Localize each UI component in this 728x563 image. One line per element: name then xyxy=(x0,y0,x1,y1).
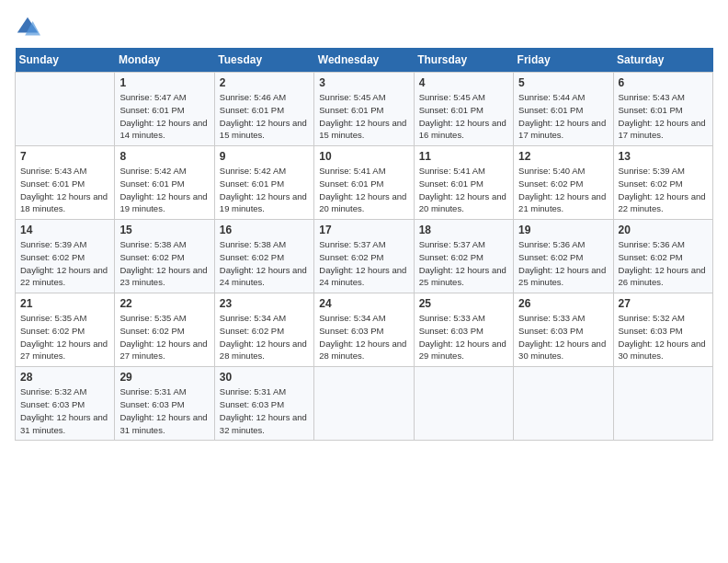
day-info: Sunrise: 5:37 AMSunset: 6:02 PMDaylight:… xyxy=(319,238,408,289)
calendar-cell: 11Sunrise: 5:41 AMSunset: 6:01 PMDayligh… xyxy=(414,146,513,220)
calendar-cell: 14Sunrise: 5:39 AMSunset: 6:02 PMDayligh… xyxy=(16,220,115,293)
day-info: Sunrise: 5:44 AMSunset: 6:01 PMDaylight:… xyxy=(518,91,608,142)
day-info: Sunrise: 5:45 AMSunset: 6:01 PMDaylight:… xyxy=(419,91,508,142)
day-number: 7 xyxy=(20,150,109,163)
calendar-cell: 3Sunrise: 5:45 AMSunset: 6:01 PMDaylight… xyxy=(314,73,414,146)
day-info: Sunrise: 5:45 AMSunset: 6:01 PMDaylight:… xyxy=(319,91,408,142)
day-number: 2 xyxy=(220,76,309,89)
calendar-cell xyxy=(314,367,414,441)
calendar-cell: 23Sunrise: 5:34 AMSunset: 6:02 PMDayligh… xyxy=(214,293,313,367)
day-info: Sunrise: 5:40 AMSunset: 6:02 PMDaylight:… xyxy=(518,165,608,215)
calendar-cell: 6Sunrise: 5:43 AMSunset: 6:01 PMDaylight… xyxy=(613,73,712,146)
day-info: Sunrise: 5:42 AMSunset: 6:01 PMDaylight:… xyxy=(220,165,309,215)
day-number: 5 xyxy=(518,76,608,89)
column-header-sunday: Sunday xyxy=(16,48,115,73)
column-header-friday: Friday xyxy=(514,48,613,73)
day-info: Sunrise: 5:31 AMSunset: 6:03 PMDaylight:… xyxy=(220,385,309,436)
column-header-thursday: Thursday xyxy=(414,48,513,73)
day-info: Sunrise: 5:39 AMSunset: 6:02 PMDaylight:… xyxy=(619,165,708,215)
day-info: Sunrise: 5:38 AMSunset: 6:02 PMDaylight:… xyxy=(220,238,309,289)
day-number: 18 xyxy=(419,224,508,236)
day-info: Sunrise: 5:38 AMSunset: 6:02 PMDaylight:… xyxy=(119,238,209,289)
day-info: Sunrise: 5:37 AMSunset: 6:02 PMDaylight:… xyxy=(419,238,508,289)
calendar-cell: 9Sunrise: 5:42 AMSunset: 6:01 PMDaylight… xyxy=(214,146,313,220)
day-number: 13 xyxy=(619,150,708,163)
calendar-cell: 4Sunrise: 5:45 AMSunset: 6:01 PMDaylight… xyxy=(414,73,513,146)
day-number: 6 xyxy=(619,76,708,89)
day-number: 21 xyxy=(20,297,109,310)
day-number: 29 xyxy=(119,371,209,384)
calendar-cell: 5Sunrise: 5:44 AMSunset: 6:01 PMDaylight… xyxy=(514,73,613,146)
day-number: 8 xyxy=(119,150,209,163)
day-number: 4 xyxy=(419,76,508,89)
calendar-cell xyxy=(514,367,613,441)
calendar-table: SundayMondayTuesdayWednesdayThursdayFrid… xyxy=(15,48,713,441)
calendar-cell: 22Sunrise: 5:35 AMSunset: 6:02 PMDayligh… xyxy=(115,293,214,367)
day-number: 16 xyxy=(220,224,309,236)
day-info: Sunrise: 5:39 AMSunset: 6:02 PMDaylight:… xyxy=(20,238,109,289)
day-info: Sunrise: 5:32 AMSunset: 6:03 PMDaylight:… xyxy=(20,385,109,436)
day-info: Sunrise: 5:32 AMSunset: 6:03 PMDaylight:… xyxy=(619,312,708,362)
calendar-cell: 1Sunrise: 5:47 AMSunset: 6:01 PMDaylight… xyxy=(115,73,214,146)
calendar-cell xyxy=(16,73,115,146)
calendar-week-row: 28Sunrise: 5:32 AMSunset: 6:03 PMDayligh… xyxy=(16,367,713,441)
calendar-cell: 17Sunrise: 5:37 AMSunset: 6:02 PMDayligh… xyxy=(314,220,414,293)
day-info: Sunrise: 5:42 AMSunset: 6:01 PMDaylight:… xyxy=(119,165,209,215)
calendar-cell: 28Sunrise: 5:32 AMSunset: 6:03 PMDayligh… xyxy=(16,367,115,441)
day-info: Sunrise: 5:34 AMSunset: 6:03 PMDaylight:… xyxy=(319,312,408,362)
day-number: 11 xyxy=(419,150,508,163)
day-number: 24 xyxy=(319,297,408,310)
day-info: Sunrise: 5:36 AMSunset: 6:02 PMDaylight:… xyxy=(518,238,608,289)
day-number: 9 xyxy=(220,150,309,163)
day-info: Sunrise: 5:43 AMSunset: 6:01 PMDaylight:… xyxy=(20,165,109,215)
day-number: 26 xyxy=(518,297,608,310)
calendar-cell: 29Sunrise: 5:31 AMSunset: 6:03 PMDayligh… xyxy=(115,367,214,441)
calendar-cell: 7Sunrise: 5:43 AMSunset: 6:01 PMDaylight… xyxy=(16,146,115,220)
day-number: 10 xyxy=(319,150,408,163)
column-header-wednesday: Wednesday xyxy=(314,48,414,73)
column-header-monday: Monday xyxy=(115,48,214,73)
day-number: 20 xyxy=(619,224,708,236)
calendar-cell: 30Sunrise: 5:31 AMSunset: 6:03 PMDayligh… xyxy=(214,367,313,441)
day-info: Sunrise: 5:33 AMSunset: 6:03 PMDaylight:… xyxy=(518,312,608,362)
calendar-cell: 13Sunrise: 5:39 AMSunset: 6:02 PMDayligh… xyxy=(613,146,712,220)
logo-icon xyxy=(15,15,40,40)
day-number: 1 xyxy=(119,76,209,89)
day-info: Sunrise: 5:31 AMSunset: 6:03 PMDaylight:… xyxy=(119,385,209,436)
day-number: 25 xyxy=(419,297,508,310)
day-number: 17 xyxy=(319,224,408,236)
calendar-cell xyxy=(613,367,712,441)
calendar-cell: 2Sunrise: 5:46 AMSunset: 6:01 PMDaylight… xyxy=(214,73,313,146)
calendar-cell: 10Sunrise: 5:41 AMSunset: 6:01 PMDayligh… xyxy=(314,146,414,220)
day-number: 14 xyxy=(20,224,109,236)
day-number: 15 xyxy=(119,224,209,236)
calendar-cell: 8Sunrise: 5:42 AMSunset: 6:01 PMDaylight… xyxy=(115,146,214,220)
day-info: Sunrise: 5:35 AMSunset: 6:02 PMDaylight:… xyxy=(20,312,109,362)
calendar-cell: 19Sunrise: 5:36 AMSunset: 6:02 PMDayligh… xyxy=(514,220,613,293)
calendar-week-row: 21Sunrise: 5:35 AMSunset: 6:02 PMDayligh… xyxy=(16,293,713,367)
calendar-cell: 24Sunrise: 5:34 AMSunset: 6:03 PMDayligh… xyxy=(314,293,414,367)
day-info: Sunrise: 5:43 AMSunset: 6:01 PMDaylight:… xyxy=(619,91,708,142)
day-info: Sunrise: 5:34 AMSunset: 6:02 PMDaylight:… xyxy=(220,312,309,362)
calendar-cell: 27Sunrise: 5:32 AMSunset: 6:03 PMDayligh… xyxy=(613,293,712,367)
calendar-week-row: 7Sunrise: 5:43 AMSunset: 6:01 PMDaylight… xyxy=(16,146,713,220)
day-number: 28 xyxy=(20,371,109,384)
calendar-cell: 18Sunrise: 5:37 AMSunset: 6:02 PMDayligh… xyxy=(414,220,513,293)
calendar-cell: 12Sunrise: 5:40 AMSunset: 6:02 PMDayligh… xyxy=(514,146,613,220)
day-info: Sunrise: 5:41 AMSunset: 6:01 PMDaylight:… xyxy=(319,165,408,215)
column-header-saturday: Saturday xyxy=(613,48,712,73)
calendar-week-row: 1Sunrise: 5:47 AMSunset: 6:01 PMDaylight… xyxy=(16,73,713,146)
calendar-cell: 21Sunrise: 5:35 AMSunset: 6:02 PMDayligh… xyxy=(16,293,115,367)
day-number: 23 xyxy=(220,297,309,310)
column-header-tuesday: Tuesday xyxy=(214,48,313,73)
calendar-cell xyxy=(414,367,513,441)
day-info: Sunrise: 5:47 AMSunset: 6:01 PMDaylight:… xyxy=(119,91,209,142)
logo xyxy=(15,15,42,40)
calendar-week-row: 14Sunrise: 5:39 AMSunset: 6:02 PMDayligh… xyxy=(16,220,713,293)
calendar-header-row: SundayMondayTuesdayWednesdayThursdayFrid… xyxy=(16,48,713,73)
day-info: Sunrise: 5:46 AMSunset: 6:01 PMDaylight:… xyxy=(220,91,309,142)
day-info: Sunrise: 5:35 AMSunset: 6:02 PMDaylight:… xyxy=(119,312,209,362)
calendar-cell: 25Sunrise: 5:33 AMSunset: 6:03 PMDayligh… xyxy=(414,293,513,367)
day-number: 27 xyxy=(619,297,708,310)
calendar-cell: 20Sunrise: 5:36 AMSunset: 6:02 PMDayligh… xyxy=(613,220,712,293)
